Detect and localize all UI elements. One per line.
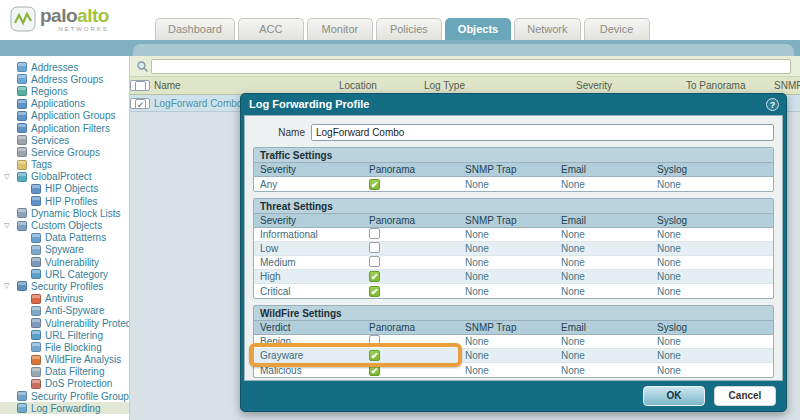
email-value[interactable]: None <box>555 229 651 240</box>
syslog-value[interactable]: None <box>651 229 773 240</box>
row-checkbox[interactable]: ✓ <box>135 99 146 109</box>
sidebar-item-data-filtering[interactable]: Data Filtering <box>0 366 129 378</box>
tab-monitor[interactable]: Monitor <box>307 18 373 40</box>
sidebar-item-vulnerability[interactable]: Vulnerability <box>0 256 129 268</box>
expander-icon[interactable]: ▽ <box>4 173 17 181</box>
sidebar-item-tags[interactable]: Tags <box>0 159 129 171</box>
sidebar-item-label: Tags <box>31 159 52 170</box>
syslog-value[interactable]: None <box>651 286 773 297</box>
panorama-cell <box>363 256 459 269</box>
sidebar-item-log-forwarding[interactable]: Log Forwarding <box>0 402 129 414</box>
syslog-value[interactable]: None <box>651 350 773 361</box>
ok-button[interactable]: OK <box>643 386 705 406</box>
email-value[interactable]: None <box>555 365 651 376</box>
sidebar-item-file-blocking[interactable]: File Blocking <box>0 341 129 353</box>
vulnerability-icon <box>31 257 41 267</box>
panorama-checkbox[interactable]: ✔ <box>369 286 380 297</box>
column-header-to-panorama[interactable]: To Panorama <box>682 80 770 91</box>
sidebar-item-url-category[interactable]: URL Category <box>0 268 129 280</box>
search-input[interactable] <box>151 59 791 74</box>
email-value[interactable]: None <box>555 179 651 190</box>
antivirus-icon <box>31 294 41 304</box>
snmp-trap-value[interactable]: None <box>459 257 555 268</box>
sidebar-item-url-filtering[interactable]: URL Filtering <box>0 329 129 341</box>
snmp-trap-value[interactable]: None <box>459 336 555 347</box>
cancel-button[interactable]: Cancel <box>714 386 776 406</box>
sidebar-item-dynamic-block-lists[interactable]: Dynamic Block Lists <box>0 207 129 219</box>
snmp-trap-value[interactable]: None <box>459 365 555 376</box>
email-value[interactable]: None <box>555 336 651 347</box>
sidebar-item-service-groups[interactable]: Service Groups <box>0 146 129 158</box>
expander-icon[interactable]: ▽ <box>4 282 17 290</box>
column-header-log-type[interactable]: Log Type <box>420 80 572 91</box>
sidebar-item-application-groups[interactable]: Application Groups <box>0 110 129 122</box>
snmp-trap-value[interactable]: None <box>459 350 555 361</box>
sidebar-item-label: Application Groups <box>31 110 116 121</box>
sidebar-item-globalprotect[interactable]: ▽GlobalProtect <box>0 171 129 183</box>
syslog-value[interactable]: None <box>651 365 773 376</box>
email-value[interactable]: None <box>555 243 651 254</box>
sidebar-item-security-profile-groups[interactable]: Security Profile Groups <box>0 390 129 402</box>
tab-device[interactable]: Device <box>584 18 650 40</box>
snmp-trap-value[interactable]: None <box>459 179 555 190</box>
panorama-checkbox[interactable] <box>369 256 380 267</box>
sidebar-item-label: HIP Profiles <box>45 196 98 207</box>
sidebar-item-hip-objects[interactable]: HIP Objects <box>0 183 129 195</box>
email-value[interactable]: None <box>555 350 651 361</box>
sidebar-item-wildfire-analysis[interactable]: WildFire Analysis <box>0 354 129 366</box>
tab-objects[interactable]: Objects <box>445 18 511 40</box>
sidebar-item-addresses[interactable]: Addresses <box>0 61 129 73</box>
syslog-value[interactable]: None <box>651 257 773 268</box>
tab-dashboard[interactable]: Dashboard <box>155 18 235 40</box>
panorama-checkbox[interactable]: ✔ <box>369 350 380 361</box>
sidebar-item-label: File Blocking <box>45 342 102 353</box>
panorama-checkbox[interactable]: ✔ <box>369 365 380 376</box>
snmp-trap-value[interactable]: None <box>459 286 555 297</box>
panorama-cell: ✔ <box>363 179 459 190</box>
tab-network[interactable]: Network <box>514 18 580 40</box>
sidebar-item-dos-protection[interactable]: DoS Protection <box>0 378 129 390</box>
sidebar-item-data-patterns[interactable]: Data Patterns <box>0 232 129 244</box>
syslog-value[interactable]: None <box>651 243 773 254</box>
select-all-checkbox[interactable] <box>135 81 146 91</box>
panorama-checkbox[interactable]: ✔ <box>369 179 380 190</box>
column-header-location[interactable]: Location <box>335 80 420 91</box>
column-header-severity[interactable]: Severity <box>572 80 682 91</box>
sidebar-item-address-groups[interactable]: Address Groups <box>0 73 129 85</box>
email-value[interactable]: None <box>555 257 651 268</box>
syslog-value[interactable]: None <box>651 179 773 190</box>
sidebar-item-services[interactable]: Services <box>0 134 129 146</box>
help-icon[interactable]: ? <box>766 98 779 111</box>
sidebar-item-vulnerability-protection[interactable]: Vulnerability Protection <box>0 317 129 329</box>
column-header-name[interactable]: Name <box>150 80 335 91</box>
setting-row-grayware: Grayware✔NoneNoneNone <box>254 349 773 363</box>
sidebar-item-application-filters[interactable]: Application Filters <box>0 122 129 134</box>
tab-policies[interactable]: Policies <box>376 18 442 40</box>
panorama-checkbox[interactable] <box>369 228 380 239</box>
sidebar-item-anti-spyware[interactable]: Anti-Spyware <box>0 305 129 317</box>
sidebar-item-spyware[interactable]: Spyware <box>0 244 129 256</box>
sidebar-item-custom-objects[interactable]: ▽Custom Objects <box>0 219 129 231</box>
syslog-value[interactable]: None <box>651 336 773 347</box>
tab-acc[interactable]: ACC <box>238 18 304 40</box>
snmp-trap-value[interactable]: None <box>459 243 555 254</box>
email-value[interactable]: None <box>555 271 651 282</box>
panorama-checkbox[interactable] <box>369 242 380 253</box>
snmp-trap-value[interactable]: None <box>459 271 555 282</box>
panorama-checkbox[interactable] <box>369 335 380 346</box>
panorama-checkbox[interactable]: ✔ <box>369 271 380 282</box>
row-label: Informational <box>254 229 363 240</box>
sidebar-item-security-profiles[interactable]: ▽Security Profiles <box>0 280 129 292</box>
snmp-trap-value[interactable]: None <box>459 229 555 240</box>
profile-name-input[interactable] <box>311 124 774 141</box>
column-header-snmp-trap[interactable]: SNMP Trap <box>770 80 800 91</box>
sidebar-item-hip-profiles[interactable]: HIP Profiles <box>0 195 129 207</box>
syslog-value[interactable]: None <box>651 271 773 282</box>
expander-icon[interactable]: ▽ <box>4 222 17 230</box>
sidebar-item-regions[interactable]: Regions <box>0 85 129 97</box>
sidebar-item-applications[interactable]: Applications <box>0 98 129 110</box>
anti-spyware-icon <box>31 306 41 316</box>
setting-row-any: Any✔NoneNoneNone <box>254 177 773 191</box>
sidebar-item-antivirus[interactable]: Antivirus <box>0 293 129 305</box>
email-value[interactable]: None <box>555 286 651 297</box>
